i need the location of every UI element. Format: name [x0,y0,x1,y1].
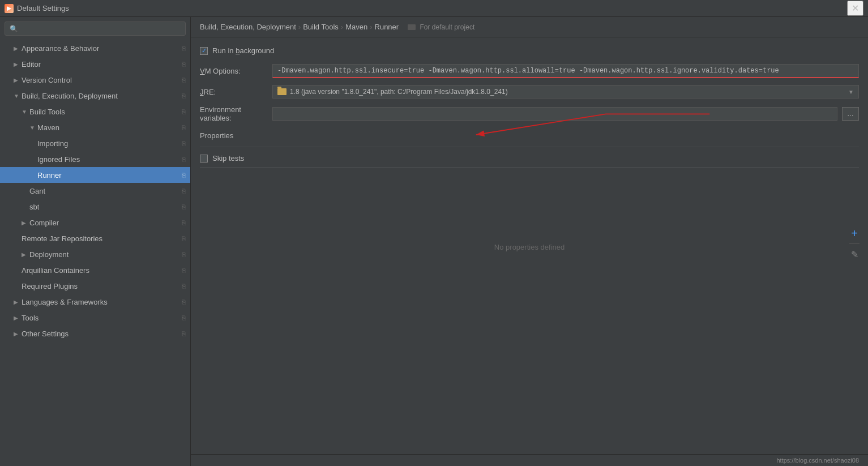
sidebar-item-label-ignored-files: Ignored Files [37,155,80,164]
expand-arrow-tools [14,315,22,321]
search-input[interactable] [22,24,181,33]
status-url: https://blog.csdn.net/shaozi08 [776,457,859,464]
copy-icon-ignored-files: ⎘ [182,156,186,163]
jre-value-text: 1.8 (java version "1.8.0_241", path: C:/… [290,88,845,96]
sidebar-item-label-arquillian: Arquillian Containers [22,266,89,275]
sidebar-item-label-remote-jar-repos: Remote Jar Repositories [22,234,102,243]
breadcrumb-current: Runner [375,23,399,31]
copy-icon-importing: ⎘ [182,140,186,147]
env-variables-row: Environment variables: … [200,105,859,122]
side-actions: + ✎ [845,224,863,263]
copy-icon-gant: ⎘ [182,187,186,194]
skip-tests-label: Skip tests [212,154,244,163]
app-icon: ▶ [5,4,14,13]
breadcrumb-part-1: Build, Execution, Deployment [200,23,296,31]
search-icon: 🔍 [10,25,18,33]
jre-row: JRE: 1.8 (java version "1.8.0_241", path… [200,85,859,99]
title-bar-left: ▶ Default Settings [5,4,69,13]
sidebar-item-label-appearance: Appearance & Behavior [22,44,99,53]
sidebar: 🔍 Appearance & Behavior ⎘ Editor ⎘ Versi… [0,17,191,466]
run-in-background-row: Run in background [200,46,859,55]
sidebar-item-sbt[interactable]: sbt ⎘ [0,199,190,215]
sidebar-item-appearance[interactable]: Appearance & Behavior ⎘ [0,40,190,56]
sidebar-item-gant[interactable]: Gant ⎘ [0,183,190,199]
sidebar-item-label-tools: Tools [22,314,39,322]
copy-icon-sbt: ⎘ [182,203,186,210]
window-title: Default Settings [17,4,69,12]
env-variables-input[interactable] [272,107,837,121]
edit-property-button[interactable]: ✎ [848,247,861,261]
expand-arrow-other-settings [14,331,22,337]
sidebar-item-remote-jar-repos[interactable]: Remote Jar Repositories ⎘ [0,230,190,246]
breadcrumb: Build, Execution, Deployment › Build Too… [191,17,868,37]
run-in-background-label: Run in background [212,46,274,55]
copy-icon-build-execution: ⎘ [182,92,186,99]
copy-icon-languages-frameworks: ⎘ [182,298,186,305]
title-bar: ▶ Default Settings ✕ [0,0,868,17]
copy-icon-version-control: ⎘ [182,76,186,83]
sidebar-item-build-tools[interactable]: Build Tools ⎘ [0,104,190,119]
jre-dropdown-arrow: ▼ [848,89,854,95]
sidebar-item-required-plugins[interactable]: Required Plugins ⎘ [0,278,190,294]
sidebar-item-editor[interactable]: Editor ⎘ [0,56,190,72]
skip-tests-checkbox[interactable] [200,155,208,163]
sidebar-item-importing[interactable]: Importing ⎘ [0,135,190,151]
copy-icon-deployment: ⎘ [182,251,186,258]
settings-content: Run in background VM Options: [191,37,868,454]
properties-section-header: Properties [200,131,859,140]
side-actions-divider [849,243,860,244]
env-variables-dots-button[interactable]: … [842,107,859,121]
expand-arrow-appearance [14,45,22,52]
sidebar-item-maven[interactable]: Maven ⎘ [0,119,190,135]
env-variables-label: Environment variables: [200,105,268,122]
skip-tests-row: Skip tests [200,154,859,163]
copy-icon-tools: ⎘ [182,314,186,321]
sidebar-item-compiler[interactable]: Compiler ⎘ [0,215,190,230]
breadcrumb-part-2: Build Tools [303,23,339,31]
sidebar-item-other-settings[interactable]: Other Settings ⎘ [0,326,190,341]
sidebar-item-label-gant: Gant [29,187,45,195]
status-bar: https://blog.csdn.net/shaozi08 [191,454,868,466]
no-properties-text: No properties defined [494,242,565,251]
expand-arrow-build-execution [14,93,22,99]
properties-area: No properties defined [200,167,859,326]
for-default-icon [408,24,416,30]
sidebar-item-runner[interactable]: Runner ⎘ [0,167,190,183]
jre-select[interactable]: 1.8 (java version "1.8.0_241", path: C:/… [272,85,859,99]
sidebar-item-label-compiler: Compiler [29,219,59,227]
search-box[interactable]: 🔍 [5,22,186,36]
close-button[interactable]: ✕ [847,1,863,16]
copy-icon-build-tools: ⎘ [182,108,186,115]
copy-icon-runner: ⎘ [182,172,186,178]
main-content: 🔍 Appearance & Behavior ⎘ Editor ⎘ Versi… [0,17,868,466]
breadcrumb-part-3: Maven [345,23,367,31]
sidebar-item-label-version-control: Version Control [22,76,72,84]
sidebar-item-arquillian[interactable]: Arquillian Containers ⎘ [0,262,190,278]
sidebar-item-languages-frameworks[interactable]: Languages & Frameworks ⎘ [0,294,190,310]
sidebar-item-version-control[interactable]: Version Control ⎘ [0,72,190,88]
copy-icon-arquillian: ⎘ [182,267,186,273]
add-property-button[interactable]: + [848,226,861,240]
expand-arrow-languages-frameworks [14,299,22,305]
expand-arrow-deployment [22,251,29,258]
divider-properties [200,147,859,147]
sidebar-item-label-build-tools: Build Tools [29,108,65,116]
run-in-background-checkbox[interactable] [200,47,208,55]
jre-label: JRE: [200,88,268,96]
copy-icon-other-settings: ⎘ [182,330,186,337]
folder-icon [277,88,287,95]
expand-arrow-editor [14,61,22,67]
copy-icon-required-plugins: ⎘ [182,283,186,289]
sidebar-item-label-sbt: sbt [29,203,39,211]
sidebar-item-ignored-files[interactable]: Ignored Files ⎘ [0,151,190,167]
expand-arrow-maven [29,125,37,131]
sidebar-item-tools[interactable]: Tools ⎘ [0,310,190,326]
sidebar-item-label-build-execution: Build, Execution, Deployment [22,92,118,100]
sidebar-item-label-required-plugins: Required Plugins [22,282,78,290]
sidebar-item-label-maven: Maven [37,123,59,132]
sidebar-item-deployment[interactable]: Deployment ⎘ [0,246,190,262]
vm-options-input[interactable] [272,64,859,78]
sidebar-item-build-execution-deployment[interactable]: Build, Execution, Deployment ⎘ [0,88,190,104]
sidebar-item-label-runner: Runner [37,171,62,179]
copy-icon-appearance: ⎘ [182,45,186,52]
